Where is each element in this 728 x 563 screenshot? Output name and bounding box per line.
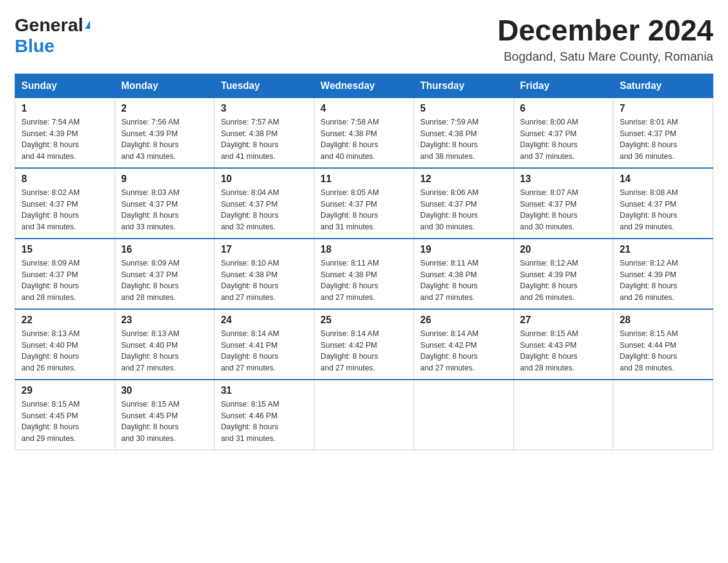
sunrise: Sunrise: 8:12 AM (620, 259, 678, 267)
calendar-cell: 18Sunrise: 8:11 AMSunset: 4:38 PMDayligh… (314, 239, 414, 309)
day-number: 29 (21, 385, 108, 396)
day-number: 7 (620, 103, 707, 114)
daylight2: and 44 minutes. (21, 152, 76, 161)
calendar-cell: 23Sunrise: 8:13 AMSunset: 4:40 PMDayligh… (115, 309, 214, 380)
daylight2: and 32 minutes. (221, 223, 275, 231)
day-info: Sunrise: 8:11 AMSunset: 4:38 PMDaylight:… (320, 258, 408, 304)
day-info: Sunrise: 8:12 AMSunset: 4:39 PMDaylight:… (620, 258, 707, 304)
day-info: Sunrise: 8:00 AMSunset: 4:37 PMDaylight:… (520, 117, 607, 163)
daylight2: and 28 minutes. (620, 364, 674, 372)
sunset: Sunset: 4:37 PM (221, 200, 277, 209)
calendar-cell: 28Sunrise: 8:15 AMSunset: 4:44 PMDayligh… (613, 309, 713, 380)
calendar-cell (414, 380, 514, 450)
calendar-cell (514, 380, 613, 450)
sunrise: Sunrise: 8:00 AM (520, 118, 578, 126)
day-number: 6 (520, 103, 607, 114)
sunset: Sunset: 4:39 PM (520, 270, 577, 279)
day-number: 14 (620, 174, 707, 185)
calendar-cell: 27Sunrise: 8:15 AMSunset: 4:43 PMDayligh… (514, 309, 613, 380)
daylight2: and 27 minutes. (121, 364, 176, 372)
calendar-cell: 19Sunrise: 8:11 AMSunset: 4:38 PMDayligh… (414, 239, 514, 309)
day-info: Sunrise: 8:06 AMSunset: 4:37 PMDaylight:… (420, 187, 507, 233)
day-info: Sunrise: 8:14 AMSunset: 4:42 PMDaylight:… (420, 328, 507, 374)
day-of-week-header: Sunday (15, 74, 115, 98)
daylight: Daylight: 8 hours (21, 211, 79, 220)
calendar-cell: 14Sunrise: 8:08 AMSunset: 4:37 PMDayligh… (613, 168, 713, 239)
sunset: Sunset: 4:37 PM (620, 129, 676, 138)
calendar-cell: 13Sunrise: 8:07 AMSunset: 4:37 PMDayligh… (514, 168, 613, 239)
daylight: Daylight: 8 hours (320, 211, 378, 220)
day-number: 1 (21, 103, 108, 114)
calendar-cell: 4Sunrise: 7:58 AMSunset: 4:38 PMDaylight… (314, 98, 414, 168)
sunset: Sunset: 4:39 PM (121, 129, 178, 138)
daylight: Daylight: 8 hours (121, 140, 179, 149)
day-number: 19 (420, 244, 507, 255)
daylight2: and 40 minutes. (320, 152, 375, 161)
day-info: Sunrise: 8:11 AMSunset: 4:38 PMDaylight:… (420, 258, 507, 304)
daylight: Daylight: 8 hours (121, 282, 179, 290)
sunrise: Sunrise: 8:14 AM (221, 329, 279, 338)
calendar-cell: 15Sunrise: 8:09 AMSunset: 4:37 PMDayligh… (15, 239, 115, 309)
day-info: Sunrise: 8:02 AMSunset: 4:37 PMDaylight:… (21, 187, 108, 233)
sunrise: Sunrise: 8:13 AM (121, 329, 180, 338)
day-number: 10 (221, 174, 308, 185)
daylight2: and 28 minutes. (520, 364, 575, 372)
calendar-cell: 5Sunrise: 7:59 AMSunset: 4:38 PMDaylight… (414, 98, 514, 168)
calendar-cell: 3Sunrise: 7:57 AMSunset: 4:38 PMDaylight… (214, 98, 314, 168)
daylight: Daylight: 8 hours (221, 282, 278, 290)
sunrise: Sunrise: 8:14 AM (320, 329, 379, 338)
day-number: 17 (221, 244, 308, 255)
day-info: Sunrise: 8:09 AMSunset: 4:37 PMDaylight:… (121, 258, 208, 304)
calendar-cell: 10Sunrise: 8:04 AMSunset: 4:37 PMDayligh… (214, 168, 314, 239)
calendar-cell: 20Sunrise: 8:12 AMSunset: 4:39 PMDayligh… (514, 239, 613, 309)
sunset: Sunset: 4:40 PM (21, 341, 78, 350)
calendar-week-row: 29Sunrise: 8:15 AMSunset: 4:45 PMDayligh… (15, 380, 713, 450)
sunset: Sunset: 4:37 PM (320, 200, 377, 209)
day-of-week-header: Saturday (613, 74, 713, 98)
day-number: 30 (121, 385, 208, 396)
sunrise: Sunrise: 7:54 AM (21, 118, 80, 126)
daylight: Daylight: 8 hours (620, 352, 677, 361)
day-info: Sunrise: 7:57 AMSunset: 4:38 PMDaylight:… (221, 117, 308, 163)
month-title: December 2024 (498, 15, 713, 47)
sunrise: Sunrise: 8:09 AM (21, 259, 80, 267)
sunset: Sunset: 4:40 PM (121, 341, 178, 350)
sunset: Sunset: 4:38 PM (420, 270, 477, 279)
day-number: 15 (21, 244, 108, 255)
daylight2: and 41 minutes. (221, 152, 275, 161)
daylight2: and 30 minutes. (420, 223, 475, 231)
logo-blue: Blue (15, 36, 55, 56)
daylight2: and 34 minutes. (21, 223, 76, 231)
day-info: Sunrise: 8:09 AMSunset: 4:37 PMDaylight:… (21, 258, 108, 304)
day-number: 22 (21, 315, 108, 326)
day-number: 16 (121, 244, 208, 255)
sunrise: Sunrise: 8:15 AM (21, 400, 80, 408)
day-number: 13 (520, 174, 607, 185)
day-number: 31 (221, 385, 308, 396)
day-of-week-header: Thursday (414, 74, 514, 98)
day-info: Sunrise: 8:03 AMSunset: 4:37 PMDaylight:… (121, 187, 208, 233)
day-info: Sunrise: 8:12 AMSunset: 4:39 PMDaylight:… (520, 258, 607, 304)
day-info: Sunrise: 8:15 AMSunset: 4:46 PMDaylight:… (221, 399, 308, 445)
daylight2: and 30 minutes. (121, 434, 176, 443)
calendar-cell: 12Sunrise: 8:06 AMSunset: 4:37 PMDayligh… (414, 168, 514, 239)
calendar-cell: 17Sunrise: 8:10 AMSunset: 4:38 PMDayligh… (214, 239, 314, 309)
sunrise: Sunrise: 8:15 AM (520, 329, 578, 338)
sunrise: Sunrise: 8:13 AM (21, 329, 80, 338)
daylight: Daylight: 8 hours (21, 282, 79, 290)
sunrise: Sunrise: 7:58 AM (320, 118, 379, 126)
day-info: Sunrise: 8:10 AMSunset: 4:38 PMDaylight:… (221, 258, 308, 304)
calendar-cell: 31Sunrise: 8:15 AMSunset: 4:46 PMDayligh… (214, 380, 314, 450)
sunrise: Sunrise: 7:57 AM (221, 118, 279, 126)
calendar-cell: 29Sunrise: 8:15 AMSunset: 4:45 PMDayligh… (15, 380, 115, 450)
day-info: Sunrise: 8:08 AMSunset: 4:37 PMDaylight:… (620, 187, 707, 233)
sunrise: Sunrise: 8:12 AM (520, 259, 578, 267)
day-info: Sunrise: 8:01 AMSunset: 4:37 PMDaylight:… (620, 117, 707, 163)
day-info: Sunrise: 8:15 AMSunset: 4:45 PMDaylight:… (21, 399, 108, 445)
daylight: Daylight: 8 hours (520, 282, 578, 290)
day-number: 4 (320, 103, 408, 114)
daylight2: and 26 minutes. (520, 293, 575, 302)
day-number: 8 (21, 174, 108, 185)
sunrise: Sunrise: 8:02 AM (21, 188, 80, 197)
daylight2: and 26 minutes. (21, 364, 76, 372)
